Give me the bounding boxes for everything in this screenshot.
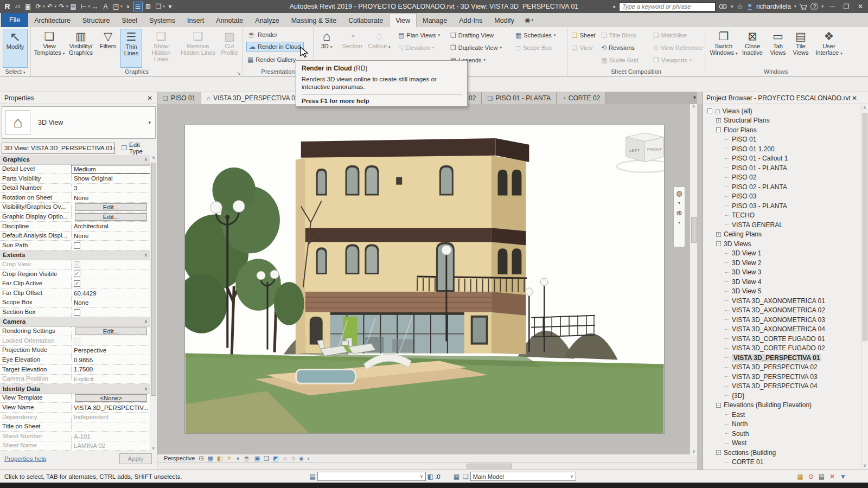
matchline-button[interactable]: ❏ Matchline bbox=[653, 30, 687, 40]
tree-item-techo[interactable]: TECHO bbox=[704, 211, 860, 221]
measure-icon[interactable]: ⊢ bbox=[79, 2, 88, 11]
ribbon-tab-manage[interactable]: Manage bbox=[417, 13, 453, 27]
ribbon-tab-steel[interactable]: Steel bbox=[116, 13, 144, 27]
property-value[interactable]: None bbox=[72, 193, 150, 202]
tree-item-vista-3d-perspectiva-02[interactable]: VISTA 3D_PERSPECTIVA 02 bbox=[704, 363, 860, 373]
property-value[interactable]: ✓ bbox=[72, 260, 150, 269]
property-value[interactable]: None bbox=[72, 232, 150, 241]
crop-view-icon[interactable]: ▣ bbox=[254, 455, 260, 461]
property-value[interactable]: LAMINA 02 bbox=[72, 441, 150, 451]
expand-box-icon[interactable]: + bbox=[716, 232, 721, 237]
property-value[interactable] bbox=[72, 422, 150, 432]
redo-icon-chevron[interactable]: ▾ bbox=[66, 4, 68, 9]
tree-item-vista-3d-axonometrica-02[interactable]: VISTA 3D_AXONOMETRICA 02 bbox=[704, 306, 860, 316]
graphics-dialog-launcher-icon[interactable]: ↘ bbox=[237, 70, 241, 76]
guide-grid-button[interactable]: ▦ Guide Grid bbox=[601, 55, 639, 65]
revisions-button[interactable]: ⟲ Revisions bbox=[601, 43, 635, 53]
default-3d-view-icon-chevron[interactable]: ▾ bbox=[120, 4, 123, 9]
save-icon[interactable]: ▣ bbox=[23, 2, 33, 11]
property-checkbox[interactable]: ✓ bbox=[74, 280, 80, 287]
schedules-button[interactable]: ▦ Schedules ▾ bbox=[515, 30, 556, 40]
tab-views-button[interactable]: ▭ Tab Views bbox=[767, 29, 789, 56]
view-scale-label[interactable]: Perspective bbox=[164, 455, 195, 461]
tree-item-3d-view-2[interactable]: 3D View 2 bbox=[704, 258, 860, 268]
viewports-button[interactable]: ❐ Viewports ▾ bbox=[653, 55, 691, 65]
navigation-wheel-chevron-icon[interactable]: ▾ bbox=[678, 201, 680, 206]
select-underlay-icon[interactable]: ▤ bbox=[819, 473, 825, 480]
tree-item-vista-3d-perspectiva-01[interactable]: VISTA 3D_PERSPECTIVA 01 bbox=[704, 353, 860, 363]
link-icon[interactable]: ❏ bbox=[463, 473, 469, 480]
collapse-box-icon[interactable]: - bbox=[707, 108, 712, 113]
property-value[interactable]: Edit... bbox=[72, 213, 150, 222]
measure-icon-chevron[interactable]: ▾ bbox=[88, 4, 91, 9]
title-block-button[interactable]: ❏ Title Block bbox=[601, 30, 636, 40]
property-value[interactable] bbox=[72, 308, 150, 317]
project-browser-scrollbar[interactable]: ∧∨ bbox=[861, 105, 868, 468]
view-tab-piso-01[interactable]: ❏PISO 01 bbox=[157, 92, 201, 104]
edit-type-button[interactable]: ❐ Edit Type bbox=[118, 143, 157, 154]
minimize-button[interactable]: ─ bbox=[827, 3, 838, 10]
expand-box-icon[interactable]: + bbox=[716, 118, 721, 123]
elevation-button[interactable]: ◹ Elevation ▾ bbox=[398, 43, 434, 53]
shadows-icon[interactable]: ◑ bbox=[235, 455, 239, 461]
property-value[interactable]: 60.4429 bbox=[72, 288, 150, 298]
print-icon[interactable]: ▤ bbox=[69, 2, 78, 11]
close-hidden-windows-icon[interactable]: ⊠ bbox=[144, 2, 153, 11]
select-pins-icon[interactable]: ⊙ bbox=[808, 473, 814, 480]
duplicate-view-button[interactable]: ❐ Duplicate View ▾ bbox=[450, 43, 502, 53]
tree-item-elevations-building-elevation-[interactable]: -Elevations (Building Elevation) bbox=[704, 401, 860, 410]
tree-item-piso-02[interactable]: PISO 02 bbox=[704, 173, 860, 183]
customize-qat-icon[interactable]: ▾ bbox=[165, 2, 175, 11]
active-workset-select[interactable]: ∨ bbox=[317, 472, 426, 481]
property-value[interactable]: <None> bbox=[72, 394, 150, 403]
help-chevron-icon[interactable]: ▾ bbox=[821, 4, 824, 9]
sync-icon[interactable]: ⟳ bbox=[34, 2, 43, 11]
tree-item-south[interactable]: South bbox=[704, 429, 860, 439]
property-value[interactable]: Perspective bbox=[72, 346, 150, 355]
open-icon[interactable]: ▱ bbox=[13, 2, 22, 11]
scope-box-button[interactable]: ◻ Scope Box bbox=[515, 43, 552, 53]
property-edit-button[interactable]: Edit... bbox=[75, 203, 147, 211]
property-checkbox[interactable]: ✓ bbox=[74, 271, 80, 277]
favorites-icon[interactable]: ☆ bbox=[737, 3, 743, 11]
temporary-hide-isolate-icon[interactable]: ◩ bbox=[273, 455, 278, 461]
collapse-box-icon[interactable]: - bbox=[716, 241, 721, 246]
search-icon[interactable] bbox=[719, 3, 727, 10]
zoom-chevron-icon[interactable]: ▾ bbox=[678, 220, 680, 225]
view-reference-button[interactable]: ⊙ View Reference bbox=[653, 43, 703, 53]
view-tab-piso-01-planta[interactable]: ❏PISO 01 - PLANTA bbox=[482, 92, 557, 104]
collapse-box-icon[interactable]: - bbox=[716, 403, 721, 408]
thin-lines-icon[interactable]: ☰ bbox=[133, 2, 143, 11]
section-button[interactable]: ◔ Section bbox=[340, 29, 365, 49]
tree-item-west[interactable]: West bbox=[704, 439, 860, 448]
ribbon-tab-analyze[interactable]: Analyze bbox=[249, 13, 285, 27]
property-value[interactable]: Medium bbox=[72, 165, 150, 174]
viewcube[interactable]: LEFT FRONT bbox=[617, 133, 664, 172]
temporary-view-properties-icon[interactable]: ⌂ bbox=[292, 455, 296, 461]
switch-windows-button[interactable]: ❐ Switch Windows ▾ bbox=[710, 29, 738, 57]
properties-help-link[interactable]: Properties help bbox=[4, 455, 46, 462]
tree-item--3d-[interactable]: {3D} bbox=[704, 391, 860, 401]
ribbon-tab-structure[interactable]: Structure bbox=[76, 13, 116, 27]
close-inactive-button[interactable]: ⊠ Close Inactive bbox=[739, 29, 766, 56]
aligned-dimension-icon[interactable]: ↔ bbox=[91, 2, 100, 11]
render-gallery-button[interactable]: ▦ Render Gallery bbox=[247, 55, 296, 65]
visual-style-icon[interactable]: ◧ bbox=[217, 455, 222, 461]
navigation-wheel-icon[interactable]: ◍ bbox=[676, 189, 682, 197]
property-value[interactable]: Architectural bbox=[72, 222, 150, 231]
show-crop-region-icon[interactable]: ❏ bbox=[264, 455, 269, 461]
tree-item-piso-01-1-200[interactable]: PISO 01 1.200 bbox=[704, 144, 860, 154]
collapse-box-icon[interactable]: - bbox=[716, 450, 721, 455]
tree-item-piso-03[interactable]: PISO 03 bbox=[704, 192, 860, 202]
detail-level-icon[interactable]: ▦ bbox=[208, 455, 213, 461]
property-value[interactable]: 3 bbox=[72, 184, 150, 193]
tree-item-piso-01[interactable]: PISO 01 bbox=[704, 135, 860, 145]
tree-item-east[interactable]: East bbox=[704, 410, 860, 420]
undo-icon-chevron[interactable]: ▾ bbox=[55, 4, 57, 9]
user-menu-chevron-icon[interactable]: ▾ bbox=[794, 4, 796, 9]
ribbon-tab-collaborate[interactable]: Collaborate bbox=[342, 13, 389, 27]
property-value[interactable] bbox=[72, 241, 150, 250]
collapse-bar-icon[interactable]: ‹ bbox=[308, 455, 310, 461]
ribbon-tab-insert[interactable]: Insert bbox=[181, 13, 210, 27]
switch-windows-icon-chevron[interactable]: ▾ bbox=[163, 4, 165, 9]
